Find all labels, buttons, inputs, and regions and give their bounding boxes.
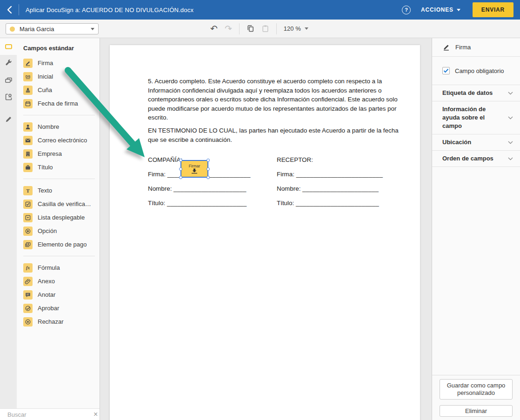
chevron-down-icon [91,28,94,30]
chevron-down-icon [508,157,513,160]
delete-field-button[interactable]: Eliminar [440,405,513,417]
recipient-selector[interactable]: Maria Garcia [6,23,99,34]
pen-icon [23,59,33,68]
document-title: Aplicar DocuSign a: ACUERDO DE NO DIVULG… [26,7,193,13]
note-icon [23,290,33,300]
svg-text:DS: DS [26,74,31,79]
help-icon[interactable]: ? [402,6,411,14]
editor-toolbar: Maria Garcia ↶ ↷ 120 % [0,20,520,38]
section-etiqueta-de-datos[interactable]: Etiqueta de datos [432,85,520,101]
field-item-empresa[interactable]: Empresa [17,147,100,160]
company-nombre-line: Nombre: _____________________ [148,184,264,198]
text-icon: T [23,186,33,195]
field-item-opcion[interactable]: Opción [17,224,100,238]
recipient-titulo-line: Título: ________________________ [277,198,393,213]
recipient-name: Maria Garcia [20,26,54,33]
tab-standard-fields[interactable] [0,38,17,55]
field-item-lista-desplegable[interactable]: Lista desplegable [17,211,100,224]
resize-handle[interactable] [207,176,210,179]
building-icon [23,149,33,159]
field-item-casilla-de-verificacion[interactable]: Casilla de verifica… [17,197,100,211]
copy-icon[interactable] [247,25,254,33]
field-item-texto[interactable]: T Texto [17,184,100,197]
svg-text:T: T [26,188,30,193]
section-informacion-de-ayuda[interactable]: Información de ayuda sobre el campo [432,101,520,134]
recipient-signature-block: RECEPTOR: Firma: _______________________… [277,155,393,213]
recipient-nombre-line: Nombre: ______________________ [277,184,393,198]
resize-handle[interactable] [179,176,182,179]
undo-icon[interactable]: ↶ [210,24,218,33]
document-paragraph: EN TESTIMONIO DE LO CUAL, las partes han… [148,126,399,144]
zoom-level: 120 % [284,25,301,32]
field-item-correo-electronico[interactable]: Correo electrónico [17,133,100,147]
payment-icon [23,240,33,249]
document-paragraph: 5. Acuerdo completo. Este Acuerdo consti… [148,77,399,122]
field-item-firma[interactable]: Firma [17,56,100,70]
calendar-icon [23,99,33,108]
recipient-color-dot [10,27,15,32]
properties-footer: Guardar como campo personalizado Elimina… [432,375,520,420]
tab-merge-fields[interactable] [0,72,17,88]
merge-fields-icon [5,76,13,84]
field-item-elemento-de-pago[interactable]: Elemento de pago [17,238,100,251]
field-item-aprobar[interactable]: Aprobar [17,301,100,315]
zoom-control[interactable]: 120 % [284,25,308,32]
field-item-anotar[interactable]: Anotar [17,288,100,301]
chevron-down-icon [457,9,460,11]
resize-handle[interactable] [179,167,182,171]
required-field-toggle[interactable]: Campo obligatorio [432,57,520,85]
section-ubicacion[interactable]: Ubicación [432,134,520,151]
resize-handle[interactable] [207,167,210,171]
ds-initials-icon: DS [23,72,33,81]
field-item-fecha-de-firma[interactable]: Fecha de firma [17,97,100,110]
paste-icon[interactable] [261,25,269,33]
recipient-heading: RECEPTOR: [277,155,393,169]
actions-menu-button[interactable]: ACCIONES [421,7,460,13]
placed-signature-field[interactable]: Firmar [180,160,208,178]
sign-arrow-icon [190,168,199,174]
group-divider [23,115,95,115]
field-item-cuna[interactable]: Cuña [17,83,100,97]
group-divider [23,179,95,179]
chevron-down-icon [305,27,308,30]
pencil-icon [5,115,13,123]
chevron-down-icon [508,141,513,144]
section-orden-de-campos[interactable]: Orden de campos [432,151,520,167]
decline-icon [23,317,33,327]
group-divider [23,256,95,256]
standard-fields-icon [5,43,13,50]
required-checkbox[interactable] [442,67,450,74]
envelope-icon [23,136,33,145]
stamp-icon [23,86,33,95]
search-input[interactable] [7,411,89,418]
redo-icon[interactable]: ↷ [225,24,232,33]
field-item-formula[interactable]: fx Fórmula [17,261,100,274]
back-button[interactable] [0,0,19,20]
tab-custom-fields[interactable] [0,55,17,72]
field-item-inicial[interactable]: DS Inicial [17,70,100,83]
send-button[interactable]: ENVIAR [473,2,513,17]
svg-text:fx: fx [26,266,30,270]
chevron-down-icon [508,92,513,95]
fields-sidebar: Campos estándar Firma DS Inicial [0,38,100,420]
clear-search-icon[interactable]: × [93,411,99,418]
document-canvas[interactable]: 5. Acuerdo completo. Este Acuerdo consti… [100,38,432,420]
actions-label: ACCIONES [421,7,453,13]
resize-handle[interactable] [207,159,210,162]
sidebar-tab-rail [0,38,17,408]
field-item-titulo[interactable]: Título [17,160,100,174]
save-custom-field-button[interactable]: Guardar como campo personalizado [440,379,513,400]
tab-seal[interactable] [0,88,17,105]
selected-field-type: Firma [455,44,471,51]
tab-draw[interactable] [0,111,17,127]
formula-icon: fx [23,263,33,273]
field-properties-panel: Firma Campo obligatorio Etiqueta de dato… [432,38,520,420]
document-page: 5. Acuerdo completo. Este Acuerdo consti… [110,45,420,420]
paperclip-icon [23,277,33,286]
field-item-nombre[interactable]: Nombre [17,120,100,133]
field-item-anexo[interactable]: Anexo [17,274,100,288]
toolbar-divider [239,23,240,34]
chevron-down-icon [508,116,513,120]
resize-handle[interactable] [179,159,182,162]
field-item-rechazar[interactable]: Rechazar [17,315,100,328]
